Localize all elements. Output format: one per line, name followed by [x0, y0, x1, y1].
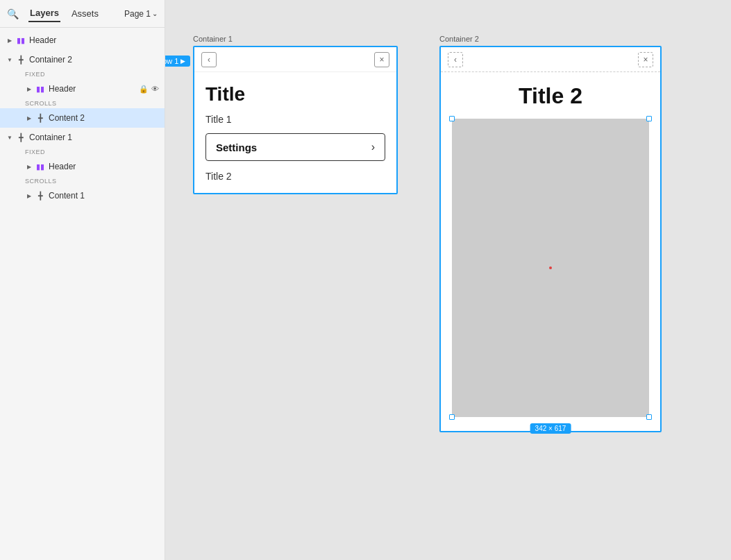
- phone-title2: Title 2: [205, 171, 385, 182]
- layer-item-header-root[interactable]: ▶ ▮▮ Header: [0, 31, 165, 50]
- search-icon[interactable]: 🔍: [7, 8, 19, 19]
- expand-icon: ▶: [25, 114, 33, 122]
- layer-name: Container 2: [29, 55, 159, 65]
- settings-label: Settings: [216, 142, 257, 153]
- expand-icon: ▼: [6, 56, 14, 64]
- container1-frame: ‹ × Title Title 1 Settings ›: [193, 46, 398, 194]
- canvas: Container 1 Flow 1 ▶ ‹: [165, 0, 731, 560]
- back-button-1[interactable]: ‹: [201, 52, 217, 67]
- red-dot: [549, 266, 552, 269]
- phone-header-1: ‹ ×: [194, 47, 396, 72]
- phone-frame-2: ‹ × Title 2: [439, 46, 662, 432]
- phone-frame-1: ‹ × Title Title 1 Settings ›: [193, 46, 398, 194]
- close-button-2[interactable]: ×: [638, 52, 653, 67]
- chevron-left-icon: ‹: [208, 55, 210, 65]
- handle-top-left[interactable]: [449, 116, 455, 121]
- layer-item-content1[interactable]: ▶ ╋ Content 1: [0, 186, 165, 205]
- back-button-2[interactable]: ‹: [448, 52, 463, 67]
- frame-icon: ╋: [35, 190, 46, 201]
- layer-meta-scrolls-1: SCROLLS: [0, 176, 165, 186]
- settings-chevron-icon: ›: [371, 141, 375, 153]
- flow-badge[interactable]: Flow 1 ▶: [165, 56, 190, 67]
- dashed-left-border: [439, 73, 441, 431]
- layer-name: Container 1: [29, 133, 159, 142]
- close-button-1[interactable]: ×: [374, 52, 389, 67]
- container1-frame-label: Container 1: [193, 35, 398, 43]
- layer-item-content2[interactable]: ▶ ╋ Content 2: [0, 108, 165, 128]
- layer-right-icons: 🔒 👁: [139, 85, 159, 94]
- phone-header-2: ‹ ×: [441, 47, 660, 72]
- size-badge: 342 × 617: [530, 423, 571, 434]
- canvas-inner: Container 1 Flow 1 ▶ ‹: [193, 35, 703, 432]
- handle-bottom-right[interactable]: [646, 414, 652, 420]
- expand-icon: ▶: [25, 85, 33, 93]
- layer-item-container1-header[interactable]: ▶ ▮▮ Header: [0, 157, 165, 176]
- lock-icon: 🔒: [139, 85, 149, 94]
- component-icon: ▮▮: [15, 35, 26, 46]
- sidebar: 🔍 Layers Assets Page 1 ⌄ ▶ ▮▮ Header ▼ ╋…: [0, 0, 165, 560]
- phone-content-2: Title 2 342 × 617: [441, 72, 660, 431]
- layer-meta-fixed-2: FIXED: [0, 69, 165, 79]
- container2-frame-outer: ‹ × Title 2: [439, 46, 662, 432]
- phone-subtitle: Title 1: [205, 114, 385, 125]
- close-icon: ×: [379, 55, 384, 65]
- container2-wrap: Container 2 ‹ × Title: [439, 35, 662, 432]
- frame-icon: ╋: [35, 112, 46, 124]
- page-selector[interactable]: Page 1 ⌄: [124, 9, 158, 19]
- component-icon: ▮▮: [35, 161, 46, 172]
- layer-meta-scrolls-2: SCROLLS: [0, 99, 165, 108]
- handle-bottom-left[interactable]: [449, 414, 455, 420]
- tab-layers[interactable]: Layers: [28, 5, 60, 22]
- layer-meta-fixed-1: FIXED: [0, 147, 165, 157]
- flow-label: Flow 1: [165, 57, 178, 65]
- layer-list: ▶ ▮▮ Header ▼ ╋ Container 2 FIXED ▶ ▮▮ H…: [0, 28, 165, 560]
- phone-main-title: Title: [205, 83, 385, 105]
- expand-icon: ▼: [6, 133, 14, 142]
- container1-wrap: Container 1 Flow 1 ▶ ‹: [193, 35, 398, 194]
- eye-icon: 👁: [151, 85, 159, 94]
- gray-image-placeholder: [452, 119, 649, 417]
- expand-icon: ▶: [25, 162, 33, 171]
- layer-item-container2-header[interactable]: ▶ ▮▮ Header 🔒 👁: [0, 79, 165, 99]
- flow-indicator: Flow 1 ▶: [165, 56, 190, 67]
- container2-frame-label: Container 2: [439, 35, 662, 43]
- chevron-down-icon: ⌄: [152, 10, 158, 17]
- flow-arrow-icon: ▶: [180, 58, 185, 65]
- layer-name: Content 1: [49, 191, 159, 201]
- layer-name: Header: [49, 84, 139, 94]
- layer-item-container1[interactable]: ▼ ╋ Container 1: [0, 128, 165, 147]
- settings-row[interactable]: Settings ›: [205, 133, 385, 161]
- tab-assets[interactable]: Assets: [70, 6, 100, 22]
- component-icon: ▮▮: [35, 83, 46, 94]
- handle-top-right[interactable]: [646, 116, 652, 121]
- frame-icon: ╋: [15, 132, 26, 143]
- layer-name: Content 2: [49, 113, 159, 123]
- phone-content-1: Title Title 1 Settings › Title 2: [194, 72, 396, 193]
- gray-box-wrap: 342 × 617: [452, 119, 649, 417]
- chevron-left-icon-2: ‹: [454, 55, 457, 65]
- layer-name: Header: [49, 162, 159, 171]
- sidebar-header: 🔍 Layers Assets Page 1 ⌄: [0, 0, 165, 28]
- layer-name: Header: [29, 35, 159, 45]
- close-icon-2: ×: [643, 55, 648, 65]
- expand-icon: ▶: [6, 36, 14, 44]
- layer-item-container2[interactable]: ▼ ╋ Container 2: [0, 50, 165, 69]
- page-selector-label: Page 1: [124, 9, 151, 19]
- phone-title2-big: Title 2: [452, 83, 649, 109]
- expand-icon: ▶: [25, 192, 33, 200]
- frame-icon: ╋: [15, 54, 26, 65]
